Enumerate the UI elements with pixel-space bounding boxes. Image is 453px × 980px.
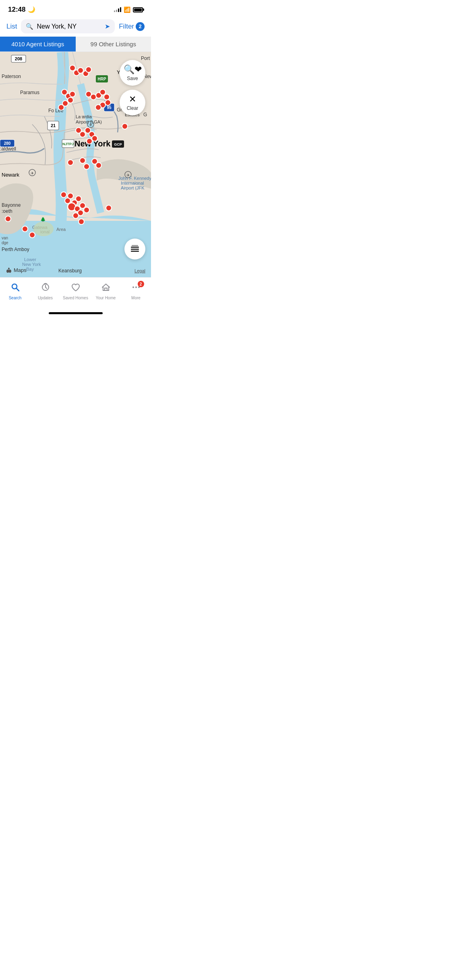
svg-rect-103 bbox=[131, 251, 139, 252]
svg-point-53 bbox=[33, 222, 54, 236]
svg-rect-108 bbox=[105, 288, 107, 290]
svg-text:John F. Kennedy: John F. Kennedy bbox=[118, 176, 151, 181]
nav-saved-homes[interactable]: Saved Homes bbox=[60, 281, 91, 302]
signal-bar-3 bbox=[118, 8, 119, 12]
svg-text:G: G bbox=[143, 112, 147, 117]
svg-point-100 bbox=[29, 232, 35, 238]
listing-tabs: 4010 Agent Listings 99 Other Listings bbox=[0, 37, 151, 52]
more-nav-label: More bbox=[131, 296, 141, 300]
filter-label: Filter bbox=[119, 23, 134, 31]
signal-bar-1 bbox=[114, 10, 115, 12]
svg-point-56 bbox=[78, 68, 83, 73]
search-bar[interactable]: 🔍 New York, NY ➤ bbox=[21, 19, 115, 33]
svg-text:Keansburg: Keansburg bbox=[58, 268, 82, 274]
saved-homes-nav-label: Saved Homes bbox=[63, 296, 88, 300]
map-save-button[interactable]: 🔍❤ Save bbox=[120, 60, 145, 86]
nav-your-home[interactable]: Your Home bbox=[91, 281, 121, 302]
svg-point-80 bbox=[68, 160, 73, 165]
filter-badge: 2 bbox=[136, 22, 145, 31]
svg-point-58 bbox=[86, 67, 91, 72]
map-layers-button[interactable] bbox=[124, 239, 145, 259]
map-clear-button[interactable]: ✕ Clear bbox=[120, 90, 145, 115]
nav-search[interactable]: Search bbox=[0, 281, 30, 302]
bottom-nav: Search Updates Saved Homes bbox=[0, 277, 151, 310]
save-label: Save bbox=[127, 76, 138, 81]
location-icon[interactable]: ➤ bbox=[105, 23, 110, 30]
svg-text:Port Ches: Port Ches bbox=[141, 56, 151, 61]
updates-nav-icon bbox=[41, 282, 50, 294]
svg-text:208: 208 bbox=[15, 56, 22, 61]
svg-point-72 bbox=[95, 105, 101, 110]
nav-updates[interactable]: Updates bbox=[30, 281, 60, 302]
svg-text:HRP: HRP bbox=[97, 77, 106, 81]
layers-icon bbox=[129, 243, 141, 255]
status-bar: 12:48 🌙 📶 bbox=[0, 0, 151, 16]
svg-point-87 bbox=[68, 193, 73, 199]
svg-text:Airport (JFK: Airport (JFK bbox=[121, 185, 145, 190]
svg-point-109 bbox=[132, 286, 134, 288]
search-input-display: New York, NY bbox=[37, 23, 101, 30]
svg-point-70 bbox=[105, 100, 111, 105]
svg-point-97 bbox=[106, 205, 112, 211]
signal-bar-2 bbox=[116, 10, 117, 12]
status-icons: 📶 bbox=[114, 6, 143, 13]
updates-nav-label: Updates bbox=[38, 296, 53, 300]
svg-text:Bayonne: Bayonne bbox=[2, 202, 21, 208]
svg-text:21: 21 bbox=[51, 123, 56, 128]
svg-text::oeth: :oeth bbox=[2, 208, 12, 214]
svg-text:New York: New York bbox=[22, 262, 41, 267]
svg-text:Perth Amboy: Perth Amboy bbox=[2, 247, 29, 252]
svg-point-82 bbox=[84, 164, 89, 169]
svg-text:Internaional: Internaional bbox=[121, 181, 144, 185]
svg-text:La  ardia: La ardia bbox=[76, 114, 92, 119]
apple-maps-text: Maps bbox=[14, 267, 27, 273]
svg-point-78 bbox=[92, 136, 97, 141]
search-icon: 🔍 bbox=[26, 23, 33, 30]
wifi-icon: 📶 bbox=[124, 6, 130, 13]
svg-point-81 bbox=[80, 158, 85, 163]
svg-point-66 bbox=[91, 94, 96, 100]
svg-text:Lower: Lower bbox=[24, 257, 36, 262]
svg-text:dge: dge bbox=[2, 241, 8, 245]
svg-text:Paterson: Paterson bbox=[2, 74, 21, 79]
moon-icon: 🌙 bbox=[28, 6, 35, 13]
legal-link[interactable]: Legal bbox=[134, 268, 145, 273]
nav-more[interactable]: 2 More bbox=[121, 281, 151, 302]
svg-text::aldwell: :aldwell bbox=[0, 146, 16, 152]
heart-search-icon: 🔍❤ bbox=[124, 64, 142, 75]
svg-text:🌲: 🌲 bbox=[40, 216, 46, 222]
svg-point-79 bbox=[87, 138, 92, 144]
svg-text:Paramus: Paramus bbox=[20, 90, 39, 95]
other-listings-tab[interactable]: 99 Other Listings bbox=[76, 37, 151, 51]
svg-point-96 bbox=[79, 219, 84, 224]
your-home-nav-icon bbox=[101, 282, 111, 294]
more-nav-icon: 2 bbox=[131, 282, 141, 294]
svg-text:280: 280 bbox=[4, 141, 11, 146]
header: List 🔍 New York, NY ➤ Filter 2 bbox=[0, 16, 151, 37]
search-nav-label: Search bbox=[9, 296, 22, 300]
svg-point-61 bbox=[70, 91, 75, 97]
signal-bar-4 bbox=[120, 7, 121, 12]
search-nav-icon bbox=[10, 282, 20, 294]
filter-button[interactable]: Filter 2 bbox=[119, 22, 145, 31]
agent-listings-tab[interactable]: 4010 Agent Listings bbox=[0, 37, 76, 51]
svg-text:✈: ✈ bbox=[31, 171, 34, 175]
svg-point-73 bbox=[122, 124, 128, 129]
svg-point-99 bbox=[22, 226, 28, 232]
svg-text:Bay: Bay bbox=[26, 267, 34, 272]
svg-point-85 bbox=[61, 192, 66, 198]
svg-text:NJTPJ: NJTPJ bbox=[62, 142, 74, 146]
svg-point-110 bbox=[135, 286, 137, 288]
svg-text:van: van bbox=[2, 236, 8, 240]
svg-text:Newark: Newark bbox=[2, 172, 20, 178]
svg-text:GCP: GCP bbox=[114, 142, 122, 146]
svg-text:95: 95 bbox=[107, 105, 112, 110]
list-button[interactable]: List bbox=[6, 23, 17, 31]
svg-line-106 bbox=[17, 288, 19, 291]
status-time: 12:48 🌙 bbox=[8, 6, 35, 14]
clear-label: Clear bbox=[127, 105, 139, 111]
x-icon: ✕ bbox=[129, 94, 136, 105]
map-container[interactable]: 208 280 21 NJTPJ HRP 95 GCP ✈ ✈ ✈ bbox=[0, 52, 151, 277]
svg-point-69 bbox=[104, 94, 110, 100]
home-indicator-container bbox=[0, 310, 151, 316]
